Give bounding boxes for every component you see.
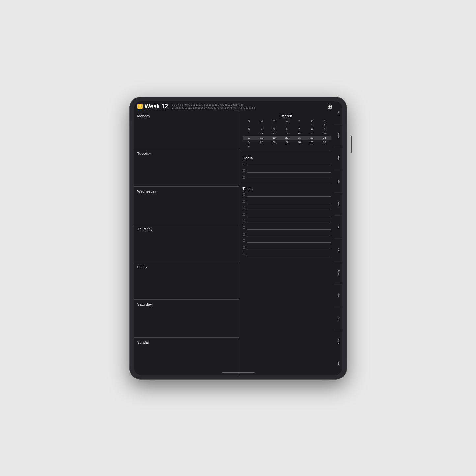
cal-day-18[interactable]: 18 bbox=[255, 136, 268, 140]
task-checkbox-10[interactable] bbox=[243, 253, 245, 255]
cal-day-28[interactable]: 28 bbox=[293, 140, 306, 144]
task-item-6[interactable] bbox=[239, 224, 334, 231]
task-checkbox-4[interactable] bbox=[243, 213, 245, 216]
cal-day-2[interactable]: 2 bbox=[318, 123, 331, 127]
month-tab-aug[interactable]: Aug bbox=[334, 261, 342, 284]
calendar-header-row: S M T W T F S bbox=[243, 119, 331, 123]
task-item-1[interactable] bbox=[239, 191, 334, 198]
task-item-3[interactable] bbox=[239, 205, 334, 211]
task-item-2[interactable] bbox=[239, 198, 334, 205]
goal-checkbox-3[interactable] bbox=[243, 176, 245, 179]
cal-day-25[interactable]: 25 bbox=[255, 140, 268, 144]
day-row-friday: Friday bbox=[134, 262, 239, 300]
cal-day-3[interactable]: 3 bbox=[243, 127, 255, 131]
goal-checkbox-2[interactable] bbox=[243, 169, 245, 172]
cal-day-16[interactable]: 16 bbox=[318, 131, 331, 136]
month-tab-may[interactable]: May bbox=[334, 192, 342, 215]
month-tab-apr[interactable]: Apr bbox=[334, 170, 342, 192]
task-item-7[interactable] bbox=[239, 231, 334, 238]
task-checkbox-5[interactable] bbox=[243, 220, 245, 222]
month-tab-feb[interactable]: Feb bbox=[334, 124, 342, 147]
task-checkbox-7[interactable] bbox=[243, 233, 245, 236]
cal-day-empty bbox=[255, 144, 268, 149]
task-line-3 bbox=[247, 206, 331, 210]
task-checkbox-9[interactable] bbox=[243, 246, 245, 249]
cal-day-7[interactable]: 7 bbox=[293, 127, 306, 131]
task-line-1 bbox=[247, 193, 331, 197]
task-line-6 bbox=[247, 226, 331, 230]
month-tab-jan[interactable]: Jan bbox=[334, 111, 342, 124]
cal-day-6[interactable]: 6 bbox=[280, 127, 293, 131]
cal-day-26[interactable]: 26 bbox=[268, 140, 280, 144]
task-line-2 bbox=[247, 199, 331, 203]
cal-day-empty bbox=[280, 123, 293, 127]
cal-day-9[interactable]: 9 bbox=[318, 127, 331, 131]
task-item-8[interactable] bbox=[239, 238, 334, 244]
cal-day-27[interactable]: 27 bbox=[280, 140, 293, 144]
cal-day-4[interactable]: 4 bbox=[255, 127, 268, 131]
week-nums-row-bottom: 27 28 29 30 31 32 33 34 35 36 37 38 39 4… bbox=[172, 106, 325, 109]
week-nums-row-top: 1 2 3 4 5 6 7 8 9 10 11 12 13 14 15 16 1… bbox=[172, 103, 325, 106]
cal-day-8[interactable]: 8 bbox=[306, 127, 318, 131]
tablet-device: ··· 😊 Week 12 1 2 3 4 5 6 7 8 9 10 11 12… bbox=[129, 97, 347, 380]
day-row-monday: Monday bbox=[134, 111, 239, 149]
month-tab-nov[interactable]: Nov bbox=[334, 330, 342, 352]
cal-day-1[interactable]: 1 bbox=[306, 123, 318, 127]
cal-day-11[interactable]: 11 bbox=[255, 131, 268, 136]
month-tab-oct[interactable]: Oct bbox=[334, 307, 342, 329]
cal-day-15[interactable]: 15 bbox=[306, 131, 318, 136]
cal-day-5[interactable]: 5 bbox=[268, 127, 280, 131]
status-dots: ··· bbox=[236, 102, 240, 106]
cal-day-19[interactable]: 19 bbox=[268, 136, 280, 140]
week-title: Week 12 bbox=[145, 103, 168, 110]
tasks-header: Tasks bbox=[239, 185, 334, 191]
side-button[interactable] bbox=[351, 136, 352, 153]
goal-item-1[interactable] bbox=[239, 161, 334, 167]
goal-checkbox-1[interactable] bbox=[243, 163, 245, 165]
right-panel: March S M T W T F S bbox=[239, 111, 342, 375]
month-tab-jun[interactable]: Jun bbox=[334, 215, 342, 238]
cal-day-13[interactable]: 13 bbox=[280, 131, 293, 136]
app-icon[interactable]: 😊 bbox=[137, 104, 143, 109]
cal-day-10[interactable]: 10 bbox=[243, 131, 255, 136]
cal-day-20[interactable]: 20 bbox=[280, 136, 293, 140]
task-checkbox-3[interactable] bbox=[243, 207, 245, 209]
cal-day-empty bbox=[268, 123, 280, 127]
task-item-5[interactable] bbox=[239, 218, 334, 224]
task-checkbox-6[interactable] bbox=[243, 226, 245, 229]
main-content: Monday Tuesday Wednesday Thursday Friday… bbox=[134, 111, 342, 375]
home-indicator bbox=[222, 372, 255, 373]
cal-day-24[interactable]: 24 bbox=[243, 140, 255, 144]
cal-day-17[interactable]: 17 bbox=[243, 136, 255, 140]
cal-week-4-selected: 17 18 19 20 21 22 23 bbox=[243, 136, 331, 140]
month-tab-jul[interactable]: Jul bbox=[334, 238, 342, 261]
day-label-monday: Monday bbox=[137, 114, 236, 118]
cal-day-empty bbox=[293, 123, 306, 127]
cal-day-29[interactable]: 29 bbox=[306, 140, 318, 144]
month-tab-dec[interactable]: Dec bbox=[334, 352, 342, 375]
task-checkbox-8[interactable] bbox=[243, 239, 245, 242]
task-line-4 bbox=[247, 212, 331, 216]
cal-day-23[interactable]: 23 bbox=[318, 136, 331, 140]
month-tab-sep[interactable]: Sep bbox=[334, 284, 342, 307]
task-item-4[interactable] bbox=[239, 211, 334, 218]
cal-day-30[interactable]: 30 bbox=[318, 140, 331, 144]
cal-day-21[interactable]: 21 bbox=[293, 136, 306, 140]
cal-day-empty bbox=[255, 123, 268, 127]
cal-day-22[interactable]: 22 bbox=[306, 136, 318, 140]
cal-day-31[interactable]: 31 bbox=[243, 144, 255, 149]
month-tab-mar[interactable]: Mar bbox=[334, 147, 342, 169]
goal-item-2[interactable] bbox=[239, 167, 334, 174]
goal-item-3[interactable] bbox=[239, 174, 334, 181]
cal-day-12[interactable]: 12 bbox=[268, 131, 280, 136]
task-checkbox-2[interactable] bbox=[243, 200, 245, 203]
task-item-9[interactable] bbox=[239, 244, 334, 251]
cal-day-14[interactable]: 14 bbox=[293, 131, 306, 136]
week-numbers: 1 2 3 4 5 6 7 8 9 10 11 12 13 14 15 16 1… bbox=[172, 103, 325, 109]
divider-tasks bbox=[242, 183, 332, 183]
task-item-10[interactable] bbox=[239, 251, 334, 257]
grid-icon[interactable]: ▦ bbox=[327, 103, 333, 110]
task-line-9 bbox=[247, 245, 331, 249]
day-label-friday: Friday bbox=[137, 265, 236, 269]
task-checkbox-1[interactable] bbox=[243, 193, 245, 196]
